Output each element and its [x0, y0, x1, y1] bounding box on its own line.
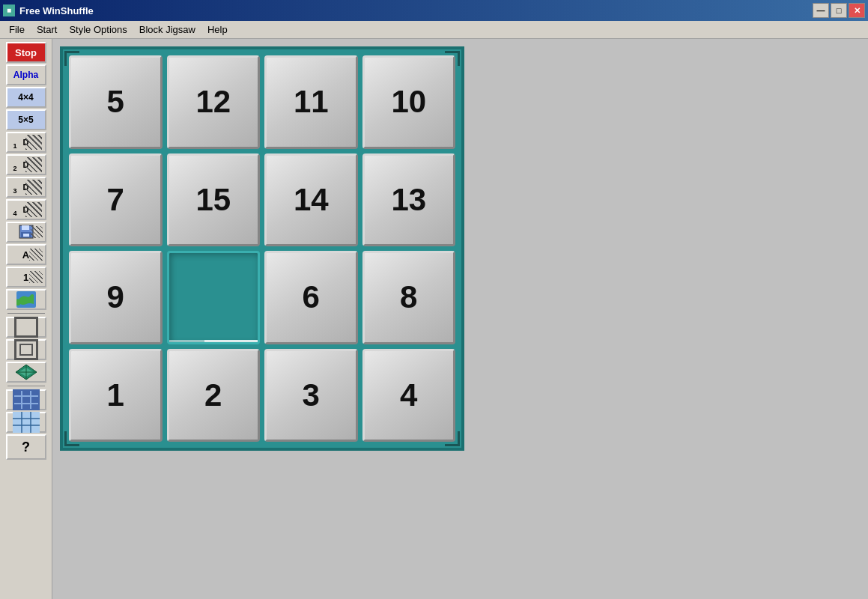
tile-15[interactable]: 15 — [167, 153, 261, 247]
diamond-icon-button[interactable] — [6, 362, 46, 383]
maximize-button[interactable]: □ — [831, 3, 847, 18]
hash-grid-icon-button[interactable] — [6, 389, 46, 410]
minimize-button[interactable]: — — [813, 3, 829, 18]
tile-grid: 512111071514139681234 — [69, 55, 455, 442]
tile-14[interactable]: 14 — [264, 153, 358, 247]
puzzle-board: 512111071514139681234 — [60, 46, 464, 451]
d2-icon-button[interactable]: D 2 — [6, 154, 46, 175]
svg-rect-14 — [13, 412, 40, 433]
save-icon-button[interactable] — [6, 222, 46, 243]
separator-2 — [7, 386, 45, 386]
svg-rect-1 — [22, 225, 29, 230]
tile-8[interactable]: 8 — [362, 251, 456, 344]
help-button[interactable]: ? — [6, 434, 46, 460]
tile-6[interactable]: 6 — [264, 251, 358, 344]
d3-icon-button[interactable]: D 3 — [6, 177, 46, 198]
tile-3[interactable]: 3 — [264, 349, 358, 443]
d1-icon-button[interactable]: D 1 — [6, 132, 46, 153]
tile-1[interactable]: 1 — [69, 349, 163, 443]
tile-12[interactable]: 12 — [167, 55, 261, 149]
main-content: Stop Alpha 4×4 5×5 D 1 D 2 D 3 D 4 — [0, 39, 868, 599]
menu-block-jigsaw[interactable]: Block Jigsaw — [133, 22, 201, 37]
menu-bar: File Start Style Options Block Jigsaw He… — [0, 21, 868, 39]
tile-11[interactable]: 11 — [264, 55, 358, 149]
tile-5[interactable]: 5 — [69, 55, 163, 149]
menu-style-options[interactable]: Style Options — [63, 22, 133, 37]
square-outline-inner-button[interactable] — [6, 339, 46, 360]
svg-rect-3 — [23, 234, 29, 237]
map-icon-button[interactable] — [6, 289, 46, 310]
empty-tile — [167, 251, 261, 344]
tile-2[interactable]: 2 — [167, 349, 261, 443]
table-grid-icon-button[interactable] — [6, 412, 46, 433]
close-button[interactable]: ✕ — [849, 3, 865, 18]
stop-button[interactable]: Stop — [6, 42, 46, 63]
alpha-grid-icon-button[interactable]: A — [6, 244, 46, 265]
title-bar: ■ Free WinShuffle — □ ✕ — [0, 0, 868, 21]
tile-10[interactable]: 10 — [362, 55, 456, 149]
d4-icon-button[interactable]: D 4 — [6, 199, 46, 220]
separator-1 — [7, 313, 45, 314]
tile-9[interactable]: 9 — [69, 251, 163, 344]
tile-7[interactable]: 7 — [69, 153, 163, 247]
square-outline-button[interactable] — [6, 317, 46, 338]
app-icon: ■ — [3, 4, 15, 16]
board-area: 512111071514139681234 — [52, 39, 868, 599]
menu-start[interactable]: Start — [31, 22, 63, 37]
alpha-button[interactable]: Alpha — [6, 64, 46, 85]
window-title: Free WinShuffle — [19, 5, 94, 16]
size-5x5-button[interactable]: 5×5 — [6, 109, 46, 130]
tile-4[interactable]: 4 — [362, 349, 456, 443]
menu-help[interactable]: Help — [201, 22, 234, 37]
menu-file[interactable]: File — [3, 22, 31, 37]
number-grid-icon-button[interactable]: 1 — [6, 267, 46, 288]
tile-13[interactable]: 13 — [362, 153, 456, 247]
svg-rect-9 — [13, 389, 40, 410]
size-4x4-button[interactable]: 4×4 — [6, 87, 46, 108]
sidebar: Stop Alpha 4×4 5×5 D 1 D 2 D 3 D 4 — [0, 39, 52, 599]
